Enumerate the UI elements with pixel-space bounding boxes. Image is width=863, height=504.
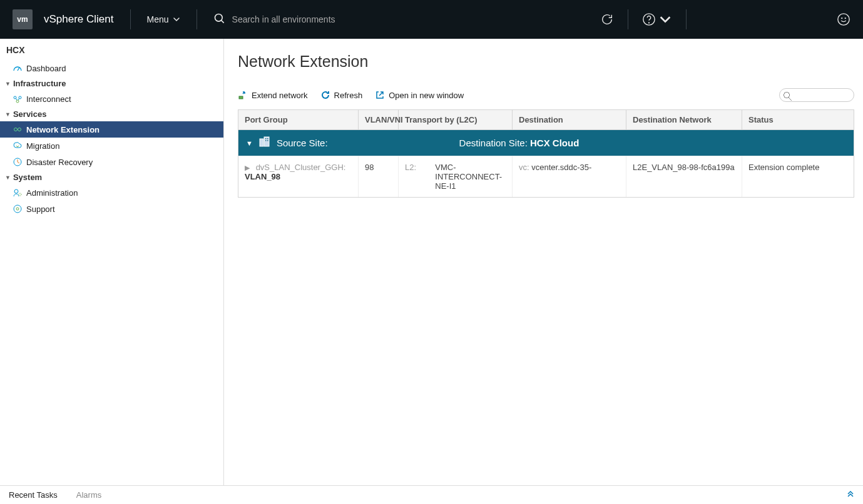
divider (130, 9, 131, 29)
site-group-row[interactable]: ▼ Source Site: Destination Site: HCX Clo… (238, 130, 854, 156)
destination-site: Destination Site: HCX Cloud (459, 138, 580, 148)
extend-network-label: Extend network (252, 91, 308, 100)
sidebar-item-label: Dashboard (26, 64, 217, 73)
caret-down-icon: ▼ (5, 174, 11, 181)
svg-rect-21 (267, 138, 268, 139)
svg-point-0 (215, 14, 222, 21)
sidebar-item-label: Migration (26, 141, 217, 151)
col-status[interactable]: Status (742, 110, 854, 129)
disaster-recovery-icon (13, 157, 23, 167)
col-vlan[interactable]: VLAN/VNI (359, 110, 399, 129)
sidebar-item-dashboard[interactable]: Dashboard (0, 60, 223, 76)
migration-icon (13, 141, 23, 151)
refresh-icon (600, 13, 614, 26)
sidebar-item-label: Disaster Recovery (26, 158, 217, 167)
cell-port-group: ▶ dvS_LAN_Cluster_GGH: VLAN_98 (238, 156, 359, 197)
chevron-down-icon (173, 16, 180, 23)
svg-point-13 (14, 189, 18, 193)
menu-button[interactable]: Menu (147, 14, 180, 24)
svg-point-7 (14, 96, 16, 99)
port-group-name: VLAN_98 (245, 172, 280, 181)
svg-rect-20 (265, 138, 267, 139)
sidebar-item-interconnect[interactable]: Interconnect (0, 91, 223, 107)
gauge-icon (13, 63, 23, 73)
refresh-icon (320, 90, 330, 100)
svg-rect-17 (239, 96, 243, 99)
sidebar-item-label: Administration (26, 188, 217, 198)
divider (686, 9, 687, 29)
cell-status: Extension complete (742, 156, 854, 197)
main: HCX Dashboard ▼ Infrastructure Interconn… (0, 39, 863, 485)
topbar-right-icons (600, 9, 850, 29)
sidebar-item-network-extension[interactable]: Network Extension (0, 121, 223, 138)
content: Network Extension Extend network Refresh… (224, 39, 863, 485)
svg-rect-18 (260, 139, 263, 146)
bottombar: Recent Tasks Alarms (0, 485, 863, 504)
refresh-button[interactable] (600, 13, 614, 26)
sidebar-item-support[interactable]: Support (0, 201, 223, 217)
svg-point-16 (16, 208, 19, 210)
sidebar-group-system[interactable]: ▼ System (0, 170, 223, 184)
extensions-table: Port Group VLAN/VNI Transport by (L2C) D… (238, 109, 854, 198)
col-dest-net[interactable]: Destination Network (626, 110, 742, 129)
cell-dest: vc: vcenter.sddc-35- (513, 156, 626, 197)
divider (197, 9, 197, 29)
caret-down-icon: ▼ (5, 81, 11, 87)
col-l2c[interactable]: Transport by (L2C) (399, 110, 513, 129)
search-input[interactable] (232, 14, 420, 24)
refresh-button[interactable]: Refresh (320, 90, 363, 100)
extend-network-button[interactable]: Extend network (238, 90, 308, 100)
divider (628, 9, 628, 29)
l2c-name: VMC-INTERCONNECT-NE-I1 (435, 163, 506, 191)
sidebar-item-administration[interactable]: Administration (0, 184, 223, 201)
table-search-input[interactable] (779, 88, 854, 102)
help-button[interactable] (642, 13, 672, 26)
source-site-label: Source Site: (277, 138, 328, 148)
vm-logo: vm (13, 9, 33, 29)
col-dest[interactable]: Destination (513, 110, 626, 129)
sidebar: HCX Dashboard ▼ Infrastructure Interconn… (0, 39, 224, 485)
double-chevron-up-icon (847, 490, 854, 498)
open-new-window-button[interactable]: Open in new window (375, 90, 464, 100)
svg-rect-19 (264, 137, 269, 146)
caret-down-icon[interactable]: ▼ (246, 139, 253, 147)
col-port-group[interactable]: Port Group (238, 110, 359, 129)
app-title: vSphere Client (44, 13, 114, 26)
sidebar-group-label: Services (13, 109, 47, 119)
svg-rect-23 (267, 140, 268, 141)
search-wrap (213, 13, 589, 27)
svg-point-15 (14, 205, 21, 213)
sidebar-item-label: Interconnect (26, 94, 217, 104)
svg-point-4 (838, 14, 849, 25)
svg-line-1 (221, 20, 223, 23)
sidebar-group-services[interactable]: ▼ Services (0, 107, 223, 121)
sidebar-group-infrastructure[interactable]: ▼ Infrastructure (0, 76, 223, 91)
help-icon (642, 13, 656, 26)
expand-panel-button[interactable] (847, 490, 854, 500)
cell-l2c: L2: VMC-INTERCONNECT-NE-I1 (399, 156, 513, 197)
toolbar: Extend network Refresh Open in new windo… (238, 88, 854, 102)
menu-label: Menu (147, 14, 169, 24)
tab-alarms[interactable]: Alarms (76, 490, 101, 500)
smiley-button[interactable] (837, 13, 850, 26)
dest-name: vcenter.sddc-35- (531, 163, 591, 172)
sidebar-item-label: Support (26, 204, 217, 214)
sidebar-group-label: Infrastructure (13, 79, 66, 88)
network-extension-icon (13, 124, 23, 134)
open-new-label: Open in new window (389, 91, 464, 100)
caret-right-icon[interactable]: ▶ (245, 164, 250, 172)
svg-point-6 (845, 18, 845, 19)
sidebar-item-migration[interactable]: Migration (0, 138, 223, 154)
page-title: Network Extension (238, 53, 854, 71)
svg-rect-22 (265, 140, 267, 141)
cell-dest-net: L2E_VLAN_98-98-fc6a199a (626, 156, 742, 197)
table-header: Port Group VLAN/VNI Transport by (L2C) D… (238, 110, 854, 130)
extend-network-icon (238, 90, 248, 100)
sidebar-item-disaster-recovery[interactable]: Disaster Recovery (0, 154, 223, 170)
svg-point-5 (842, 18, 842, 19)
support-icon (13, 204, 23, 214)
tab-recent-tasks[interactable]: Recent Tasks (9, 490, 58, 500)
chevron-down-icon (658, 13, 672, 26)
table-row[interactable]: ▶ dvS_LAN_Cluster_GGH: VLAN_98 98 L2: VM… (238, 156, 854, 197)
caret-down-icon: ▼ (5, 111, 11, 118)
